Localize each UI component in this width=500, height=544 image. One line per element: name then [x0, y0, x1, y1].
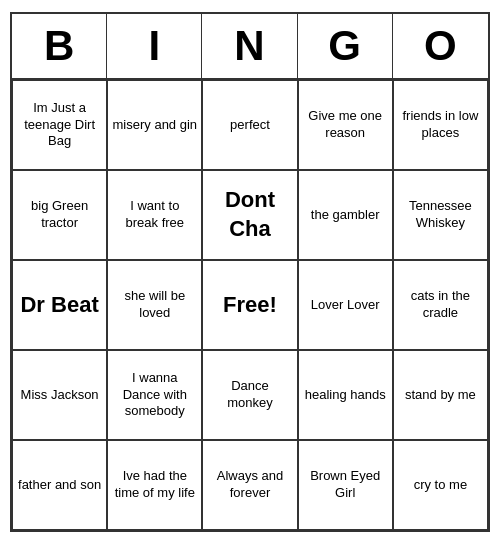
bingo-cell-19[interactable]: stand by me — [393, 350, 488, 440]
bingo-cell-3[interactable]: Give me one reason — [298, 80, 393, 170]
bingo-letter-i: I — [107, 14, 202, 78]
bingo-cell-1[interactable]: misery and gin — [107, 80, 202, 170]
bingo-cell-24[interactable]: cry to me — [393, 440, 488, 530]
bingo-cell-14[interactable]: cats in the cradle — [393, 260, 488, 350]
bingo-cell-8[interactable]: the gambler — [298, 170, 393, 260]
bingo-cell-12[interactable]: Free! — [202, 260, 297, 350]
bingo-letter-g: G — [298, 14, 393, 78]
bingo-cell-22[interactable]: Always and forever — [202, 440, 297, 530]
bingo-letter-o: O — [393, 14, 488, 78]
bingo-cell-23[interactable]: Brown Eyed Girl — [298, 440, 393, 530]
bingo-cell-17[interactable]: Dance monkey — [202, 350, 297, 440]
bingo-grid: Im Just a teenage Dirt Bagmisery and gin… — [12, 80, 488, 530]
bingo-cell-2[interactable]: perfect — [202, 80, 297, 170]
bingo-letter-n: N — [202, 14, 297, 78]
bingo-cell-18[interactable]: healing hands — [298, 350, 393, 440]
bingo-cell-11[interactable]: she will be loved — [107, 260, 202, 350]
bingo-cell-7[interactable]: Dont Cha — [202, 170, 297, 260]
bingo-cell-6[interactable]: I want to break free — [107, 170, 202, 260]
bingo-cell-9[interactable]: Tennessee Whiskey — [393, 170, 488, 260]
bingo-cell-5[interactable]: big Green tractor — [12, 170, 107, 260]
bingo-cell-4[interactable]: friends in low places — [393, 80, 488, 170]
bingo-cell-13[interactable]: Lover Lover — [298, 260, 393, 350]
bingo-card: BINGO Im Just a teenage Dirt Bagmisery a… — [10, 12, 490, 532]
bingo-cell-10[interactable]: Dr Beat — [12, 260, 107, 350]
bingo-cell-0[interactable]: Im Just a teenage Dirt Bag — [12, 80, 107, 170]
bingo-letter-b: B — [12, 14, 107, 78]
bingo-cell-21[interactable]: Ive had the time of my life — [107, 440, 202, 530]
bingo-cell-16[interactable]: I wanna Dance with somebody — [107, 350, 202, 440]
bingo-cell-20[interactable]: father and son — [12, 440, 107, 530]
bingo-cell-15[interactable]: Miss Jackson — [12, 350, 107, 440]
bingo-header: BINGO — [12, 14, 488, 80]
